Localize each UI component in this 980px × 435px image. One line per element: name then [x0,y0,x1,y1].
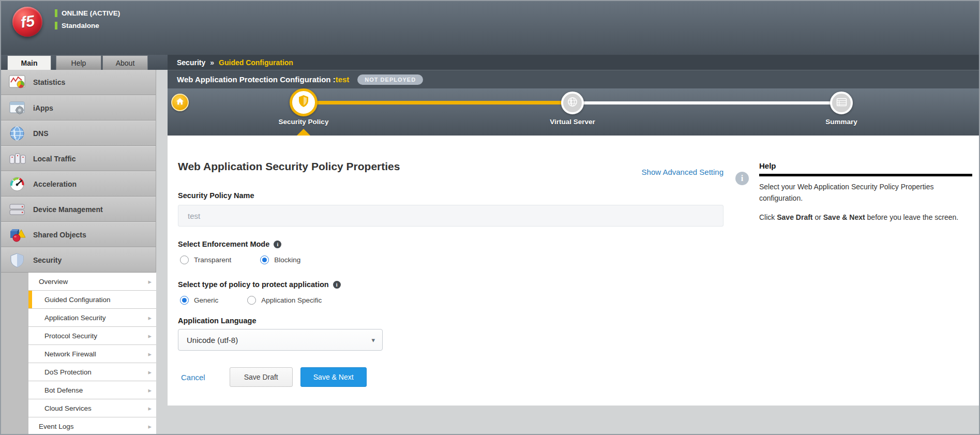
active-step-caret-icon [297,129,310,136]
cancel-button[interactable]: Cancel [181,373,205,382]
enforcement-mode-radios: Transparent Blocking [178,254,723,265]
not-deployed-badge: NOT DEPLOYED [357,74,423,85]
step-virtual-server[interactable] [561,92,584,114]
radio-blocking-label[interactable]: Blocking [274,256,300,264]
status-row-standalone: Standalone [55,20,120,31]
step-security-policy[interactable] [290,88,318,116]
submenu-label: Overview [39,278,68,286]
step-label-virtual-server[interactable]: Virtual Server [521,118,624,126]
help-text: Click [759,213,777,221]
sidebar-item-label: DNS [33,129,49,138]
configuration-title: Web Application Protection Configuration… [177,75,336,84]
submenu-label: Application Security [44,314,106,322]
sidebar-item-local-traffic[interactable]: Local Traffic [1,146,156,171]
local-traffic-icon [8,151,27,167]
policy-type-radios: Generic Application Specific [178,295,723,305]
sidebar-item-label: Device Management [33,205,103,214]
enforcement-mode-label-text: Select Enforcement Mode [178,240,269,248]
policy-name-input[interactable] [178,205,723,227]
application-language-value: Unicode (utf-8) [187,336,238,344]
save-next-button[interactable]: Save & Next [300,367,367,387]
home-icon [175,97,185,108]
sidebar-item-label: Shared Objects [33,231,86,239]
info-icon[interactable]: i [274,241,281,248]
submenu-item-bot-defense[interactable]: Bot Defense ▸ [28,381,156,399]
submenu-item-event-logs[interactable]: Event Logs ▸ [28,417,156,435]
wizard-stepper: Security Policy Virtual Server Summary [168,88,980,136]
device-management-icon [8,202,27,217]
help-title: Help [759,161,972,170]
help-info-icon[interactable]: i [735,172,749,185]
statistics-icon [8,74,27,90]
radio-application-specific-label[interactable]: Application Specific [261,296,322,304]
sidebar-item-device-management[interactable]: Device Management [1,197,156,222]
shared-objects-icon [8,227,27,243]
globe-icon [567,97,578,109]
sidebar-item-label: Acceleration [33,180,77,188]
radio-generic-label[interactable]: Generic [194,296,218,304]
submenu-item-network-firewall[interactable]: Network Firewall ▸ [28,345,156,363]
policy-properties-panel: Web Application Security Policy Properti… [168,136,980,406]
submenu-item-application-security[interactable]: Application Security ▸ [28,309,156,327]
status-green-bar-icon [55,9,57,17]
step-label-security-policy[interactable]: Security Policy [252,118,355,126]
chevron-right-icon: ▸ [148,368,152,376]
chevron-right-icon: ▸ [148,332,152,340]
submenu-item-guided-configuration[interactable]: Guided Configuration [28,291,156,309]
submenu-label: Network Firewall [44,350,96,358]
status-green-bar-icon [55,22,57,29]
breadcrumb-security[interactable]: Security [177,58,205,67]
submenu-item-protocol-security[interactable]: Protocol Security ▸ [28,327,156,345]
save-draft-button[interactable]: Save Draft [230,367,293,387]
status-online-label: ONLINE (ACTIVE) [62,9,120,17]
submenu-item-dos-protection[interactable]: DoS Protection ▸ [28,363,156,381]
dns-icon [8,126,27,141]
sidebar-item-statistics[interactable]: Statistics [1,70,156,95]
policy-name-label: Security Policy Name [178,191,723,200]
sidebar-item-security[interactable]: Security [1,247,156,273]
sidebar-item-iapps[interactable]: iApps [1,95,156,121]
radio-transparent[interactable] [180,256,189,264]
sidebar-item-acceleration[interactable]: Acceleration [1,171,156,197]
step-label-summary[interactable]: Summary [790,118,893,126]
configuration-title-bar: Web Application Protection Configuration… [168,70,980,88]
status-standalone-label: Standalone [62,22,99,29]
help-text: or [813,213,823,221]
radio-generic[interactable] [180,296,189,305]
help-paragraph-1: Select your Web Application Security Pol… [759,182,972,204]
tab-about[interactable]: About [102,55,148,70]
help-panel: Help Select your Web Application Securit… [759,161,972,232]
home-button[interactable] [171,94,189,111]
main-navigation-sidebar: Statistics iApps DNS Local Traffic Accel… [1,70,156,435]
policy-type-label: Select type of policy to protect applica… [178,280,723,289]
radio-blocking[interactable] [260,256,269,264]
sidebar-item-shared-objects[interactable]: Shared Objects [1,222,156,247]
sidebar-item-label: Security [33,256,62,264]
breadcrumb-guided-configuration[interactable]: Guided Configuration [219,58,293,67]
security-submenu: Overview ▸ Guided Configuration Applicat… [28,273,156,435]
info-icon[interactable]: i [333,281,341,289]
radio-transparent-label[interactable]: Transparent [194,256,231,264]
iapps-icon [8,100,27,116]
chevron-right-icon: ▸ [148,314,152,322]
chevron-right-icon: ▸ [148,386,152,394]
chevron-right-icon: ▸ [148,350,152,358]
tab-help[interactable]: Help [56,55,101,70]
submenu-item-cloud-services[interactable]: Cloud Services ▸ [28,399,156,417]
acceleration-icon [8,176,27,192]
submenu-item-overview[interactable]: Overview ▸ [28,273,156,291]
show-advanced-setting-link[interactable]: Show Advanced Setting [628,168,723,176]
step-summary[interactable] [830,92,853,114]
application-language-select[interactable]: Unicode (utf-8) ▾ [178,329,383,351]
chevron-right-icon: ▸ [148,404,152,412]
radio-application-specific[interactable] [247,296,256,305]
chevron-right-icon: ▸ [148,423,152,430]
f5-logo[interactable]: f5 [12,7,42,37]
security-shield-icon [8,252,27,268]
tab-main[interactable]: Main [7,55,51,70]
help-divider [759,174,972,176]
submenu-label: Protocol Security [44,332,97,340]
policy-type-label-text: Select type of policy to protect applica… [178,280,329,289]
help-text: before you leave the screen. [865,213,959,221]
sidebar-item-dns[interactable]: DNS [1,121,156,146]
